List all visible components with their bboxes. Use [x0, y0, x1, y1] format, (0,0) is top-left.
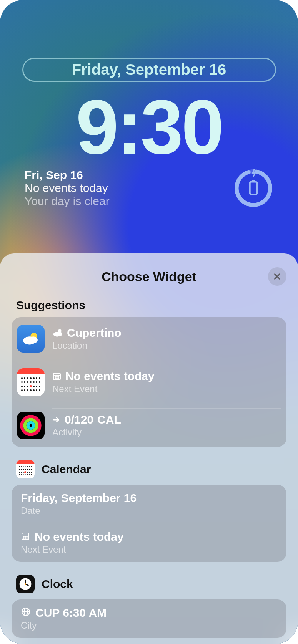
- clock-section-title: Clock: [42, 578, 73, 591]
- svg-rect-3: [252, 180, 255, 181]
- clock-app-mini-icon: [16, 575, 35, 593]
- suggestion-activity-unit: CAL: [97, 413, 121, 426]
- clock-city-row[interactable]: CUP 6:30 AM City: [12, 599, 286, 638]
- suggestion-weather-title: Cupertino: [67, 326, 122, 339]
- date-full: Friday, September 16: [72, 61, 226, 78]
- lockscreen-editor: Friday, September 16 9:30 Fri, Sep 16 No…: [0, 0, 298, 644]
- battery-widget[interactable]: [233, 168, 273, 208]
- arrow-right-icon: [52, 416, 61, 424]
- calendar-widget-events: No events today: [25, 182, 110, 195]
- calendar-widget[interactable]: Fri, Sep 16 No events today Your day is …: [25, 169, 110, 208]
- clock-section-header: Clock: [16, 575, 282, 593]
- suggestion-calendar[interactable]: No events today Next Event: [12, 360, 286, 404]
- sheet-title: Choose Widget: [102, 269, 196, 284]
- calendar-widgets-card: Friday, September 16 Date: [12, 485, 286, 562]
- calendar-section-title: Calendar: [42, 463, 91, 476]
- date-pill[interactable]: Friday, September 16: [22, 58, 276, 82]
- battery-ring-icon: [233, 168, 273, 208]
- calendar-widget-date: Fri, Sep 16: [25, 169, 110, 182]
- clock-city-title: CUP 6:30 AM: [35, 606, 107, 619]
- weather-app-icon: [17, 325, 45, 353]
- svg-point-14: [58, 376, 59, 377]
- calendar-app-mini-icon: [16, 460, 35, 478]
- svg-point-6: [29, 336, 38, 343]
- calendar-app-icon: [17, 368, 45, 396]
- suggestion-calendar-subtitle: Next Event: [52, 384, 281, 394]
- sheet-header: Choose Widget: [0, 265, 298, 288]
- svg-point-26: [27, 536, 27, 537]
- calendar-date-title: Friday, September 16: [21, 492, 277, 505]
- calendar-glyph-icon: [52, 372, 62, 381]
- calendar-nextevent-row[interactable]: No events today Next Event: [12, 523, 286, 562]
- svg-point-24: [23, 536, 24, 537]
- calendar-grid-icon: [21, 530, 30, 543]
- svg-point-1: [234, 169, 273, 207]
- clock-widgets-card: CUP 6:30 AM City: [12, 599, 286, 638]
- suggestion-activity-title: 0/120: [65, 413, 93, 426]
- calendar-section-header: Calendar: [16, 460, 282, 478]
- svg-point-9: [57, 332, 62, 336]
- calendar-nextevent-subtitle: Next Event: [21, 544, 277, 555]
- clock-city-subtitle: City: [21, 620, 277, 631]
- suggestion-weather-subtitle: Location: [52, 340, 281, 351]
- svg-point-20: [28, 422, 34, 428]
- close-icon: [273, 272, 281, 281]
- clock-time[interactable]: 9:30: [76, 89, 222, 166]
- widget-row: Fri, Sep 16 No events today Your day is …: [25, 168, 273, 208]
- calendar-date-subtitle: Date: [21, 505, 277, 516]
- calendar-date-row[interactable]: Friday, September 16 Date: [12, 485, 286, 523]
- svg-point-28: [25, 538, 26, 538]
- suggestions-card: Cupertino Location: [12, 317, 286, 447]
- svg-point-12: [55, 376, 56, 377]
- svg-rect-2: [250, 182, 257, 194]
- lockscreen-top: Friday, September 16 9:30: [0, 0, 298, 166]
- svg-point-17: [58, 378, 59, 379]
- suggestion-calendar-title: No events today: [65, 370, 155, 383]
- suggestions-label: Suggestions: [16, 299, 282, 312]
- svg-point-29: [27, 538, 27, 538]
- globe-icon: [21, 606, 31, 619]
- weather-glyph-icon: [52, 328, 63, 338]
- svg-point-33: [25, 583, 26, 585]
- suggestion-weather[interactable]: Cupertino Location: [12, 317, 286, 360]
- calendar-nextevent-title: No events today: [35, 530, 124, 543]
- svg-point-13: [57, 376, 57, 377]
- suggestion-activity[interactable]: 0/120CAL Activity: [12, 404, 286, 447]
- activity-app-icon: [17, 412, 45, 439]
- calendar-widget-clear: Your day is clear: [25, 195, 110, 208]
- suggestion-activity-subtitle: Activity: [52, 427, 281, 438]
- svg-point-27: [23, 538, 24, 538]
- svg-point-25: [25, 536, 26, 537]
- close-button[interactable]: [268, 267, 286, 286]
- svg-point-16: [57, 378, 57, 379]
- svg-point-15: [55, 378, 56, 379]
- choose-widget-sheet: Choose Widget Suggestions: [0, 253, 298, 644]
